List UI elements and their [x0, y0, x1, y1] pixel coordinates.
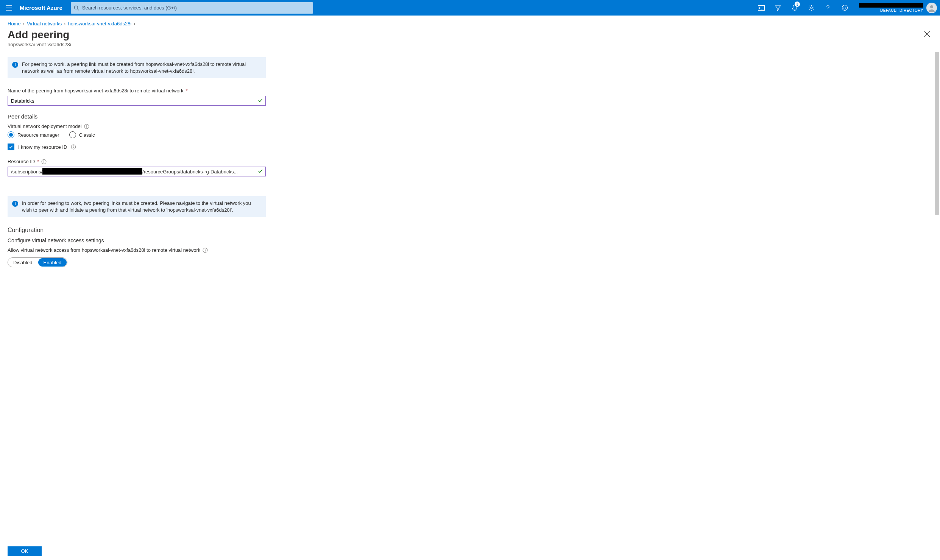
radio-dot: [69, 131, 76, 138]
know-resource-id-checkbox[interactable]: I know my resource ID: [8, 144, 266, 150]
check-icon: [9, 145, 13, 149]
info-outline-icon[interactable]: [71, 144, 76, 150]
info-box-1: For peering to work, a peering link must…: [8, 57, 266, 78]
brand[interactable]: Microsoft Azure: [18, 5, 69, 11]
info-icon: [12, 201, 18, 207]
page-title: Add peering: [8, 29, 69, 41]
toggle-enabled[interactable]: Enabled: [38, 258, 67, 267]
question-icon: [825, 5, 831, 11]
page-subtitle: hopsworksai-vnet-vxfa6ds28i: [0, 42, 940, 52]
peer-details-heading: Peer details: [8, 113, 266, 120]
notifications-button[interactable]: 3: [786, 0, 803, 16]
resource-id-label: Resource ID: [8, 159, 35, 164]
filter-icon: [775, 5, 781, 11]
svg-rect-1: [758, 5, 765, 10]
account-button[interactable]: DEFAULT DIRECTORY: [853, 3, 940, 13]
breadcrumb-vnet[interactable]: hopsworksai-vnet-vxfa6ds28i: [68, 21, 132, 27]
vnet-access-toggle[interactable]: Disabled Enabled: [8, 257, 67, 267]
know-resource-id-label: I know my resource ID: [18, 144, 67, 150]
svg-point-6: [930, 5, 933, 8]
checkbox-checked: [8, 144, 14, 150]
info-icon: [12, 62, 18, 68]
svg-point-2: [811, 7, 812, 9]
radio-dot-selected: [8, 131, 14, 138]
close-button[interactable]: [922, 29, 932, 39]
search-box[interactable]: [71, 2, 313, 14]
resource-id-prefix: /subscriptions/: [11, 169, 42, 175]
breadcrumb-home[interactable]: Home: [8, 21, 21, 27]
svg-point-0: [74, 6, 78, 9]
notification-count: 3: [795, 2, 800, 7]
info-box-2: In order for peering to work, two peerin…: [8, 196, 266, 217]
radio-resource-manager[interactable]: Resource manager: [8, 131, 59, 138]
svg-point-21: [15, 202, 16, 203]
directories-button[interactable]: [770, 0, 786, 16]
allow-vnet-access-label: Allow virtual network access from hopswo…: [8, 247, 200, 253]
chevron-right-icon: ›: [134, 21, 135, 27]
resource-id-redacted: [42, 168, 142, 175]
radio-rm-label: Resource manager: [17, 132, 59, 138]
directory-label: DEFAULT DIRECTORY: [859, 8, 923, 12]
smiley-icon: [842, 5, 848, 11]
cloud-shell-icon: [758, 5, 765, 11]
deployment-model-label: Virtual network deployment model: [8, 123, 82, 129]
configuration-subheading: Configure virtual network access setting…: [8, 237, 266, 243]
settings-button[interactable]: [803, 0, 820, 16]
info-text-1: For peering to work, a peering link must…: [22, 61, 261, 74]
configuration-heading: Configuration: [8, 227, 266, 234]
search-icon: [74, 5, 79, 11]
svg-rect-14: [73, 147, 74, 148]
svg-point-12: [86, 125, 87, 126]
scrollbar-thumb[interactable]: [935, 52, 939, 215]
peering-name-label: Name of the peering from hopsworksai-vne…: [8, 88, 184, 94]
required-asterisk: *: [37, 159, 39, 164]
info-text-2: In order for peering to work, two peerin…: [22, 200, 261, 213]
info-outline-icon[interactable]: [84, 124, 89, 129]
account-email-redacted: [859, 3, 923, 8]
radio-classic[interactable]: Classic: [69, 131, 95, 138]
peering-name-input[interactable]: [8, 96, 266, 106]
required-asterisk: *: [186, 88, 188, 94]
svg-point-24: [205, 249, 206, 250]
breadcrumb-vnets[interactable]: Virtual networks: [27, 21, 62, 27]
svg-point-4: [843, 7, 844, 8]
help-button[interactable]: [820, 0, 836, 16]
svg-rect-11: [86, 126, 87, 128]
svg-point-3: [842, 5, 847, 11]
svg-point-5: [845, 7, 846, 8]
resource-id-suffix: /resourceGroups/databricks-rg-Databricks…: [142, 169, 238, 175]
hamburger-icon: [6, 5, 12, 11]
svg-point-15: [73, 145, 74, 146]
svg-rect-17: [44, 161, 44, 163]
close-icon: [924, 31, 930, 37]
feedback-button[interactable]: [836, 0, 853, 16]
toggle-disabled[interactable]: Disabled: [8, 258, 38, 267]
menu-button[interactable]: [0, 0, 18, 16]
cloud-shell-button[interactable]: [753, 0, 770, 16]
info-outline-icon[interactable]: [41, 159, 47, 164]
breadcrumb: Home › Virtual networks › hopsworksai-vn…: [0, 16, 940, 29]
svg-rect-23: [205, 250, 206, 251]
avatar: [926, 3, 937, 13]
svg-rect-20: [15, 203, 16, 205]
radio-classic-label: Classic: [79, 132, 95, 138]
valid-check-icon: [258, 98, 263, 103]
chevron-right-icon: ›: [64, 21, 65, 27]
svg-point-18: [44, 160, 44, 161]
resource-id-input[interactable]: /subscriptions//resourceGroups/databrick…: [8, 167, 266, 176]
chevron-right-icon: ›: [23, 21, 25, 27]
svg-rect-8: [15, 64, 16, 66]
svg-point-9: [15, 63, 16, 64]
gear-icon: [808, 5, 815, 11]
search-input[interactable]: [82, 5, 310, 11]
scrollbar[interactable]: [934, 52, 940, 530]
person-icon: [928, 4, 936, 12]
valid-check-icon: [258, 168, 263, 174]
info-outline-icon[interactable]: [203, 248, 208, 253]
